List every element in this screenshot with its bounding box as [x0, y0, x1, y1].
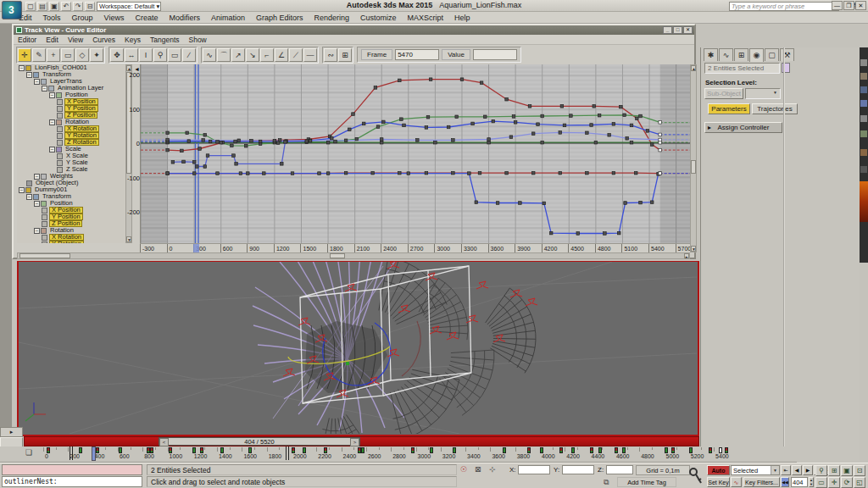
trackbar-filter-icon[interactable]: ❏: [25, 448, 32, 457]
menu-maxscript[interactable]: MAXScript: [408, 14, 444, 22]
workspace-dropdown[interactable]: Workspace: Default ▾: [97, 2, 161, 11]
tree-row[interactable]: Y Rotation: [17, 241, 125, 243]
tv-menu-curves[interactable]: Curves: [92, 36, 115, 44]
trackview-minimize-button[interactable]: _: [663, 26, 672, 34]
go-to-start-button[interactable]: ⇤: [781, 465, 791, 475]
tv-menu-editor[interactable]: Editor: [18, 36, 36, 44]
expand-toggle-icon[interactable]: −: [34, 228, 40, 234]
tab-hierarchy[interactable]: ⊞: [734, 48, 748, 61]
open-file-icon[interactable]: ▤: [37, 2, 47, 11]
tangent-slow-button[interactable]: ↘: [246, 48, 259, 62]
expand-toggle-icon[interactable]: −: [19, 65, 25, 71]
animation-key[interactable]: [571, 447, 575, 453]
retime-button[interactable]: ◇: [75, 48, 89, 62]
animation-key[interactable]: [200, 447, 203, 453]
play-button[interactable]: ▶: [803, 465, 813, 475]
perspective-viewport[interactable]: [17, 261, 699, 436]
tree-row[interactable]: −Dummy001: [17, 186, 125, 193]
region-keys-button[interactable]: ▭: [61, 48, 75, 62]
move-keys-button[interactable]: ✛: [18, 48, 31, 62]
tab-create[interactable]: ✱: [704, 48, 718, 61]
save-file-icon[interactable]: ▣: [49, 2, 59, 11]
expand-toggle-icon[interactable]: −: [49, 92, 55, 98]
animation-key[interactable]: [248, 447, 252, 453]
animation-key[interactable]: [292, 447, 295, 453]
max-logo-button[interactable]: [2, 1, 22, 19]
animation-key[interactable]: [709, 447, 712, 453]
tree-row[interactable]: Object (Object): [17, 180, 125, 186]
time-slider-track[interactable]: < 404 / 5520 >: [24, 436, 699, 446]
animation-key[interactable]: [453, 447, 456, 453]
expand-toggle-icon[interactable]: −: [34, 201, 40, 207]
zoom-value-extents-button[interactable]: Ι: [139, 48, 153, 62]
animation-key[interactable]: [503, 447, 506, 453]
menu-modifiers[interactable]: Modifiers: [169, 14, 200, 22]
tangent-flat-button[interactable]: —: [303, 48, 317, 62]
select-keys-button[interactable]: ✦: [90, 48, 103, 62]
expand-toggle-icon[interactable]: −: [49, 119, 55, 125]
tv-menu-view[interactable]: View: [68, 36, 83, 44]
animation-key[interactable]: [96, 447, 99, 453]
animation-key[interactable]: [47, 447, 50, 453]
animation-key[interactable]: [725, 447, 728, 453]
animation-key[interactable]: [719, 447, 722, 453]
assign-controller-rollout[interactable]: ▸Assign Controller: [704, 122, 782, 133]
animation-key[interactable]: [79, 447, 82, 453]
tv-menu-show[interactable]: Show: [189, 36, 207, 44]
graph-vertical-scrollbar[interactable]: ▲▼: [690, 64, 697, 252]
animation-key[interactable]: [303, 447, 306, 453]
trajectories-button[interactable]: Trajectories: [752, 103, 798, 114]
zoom-extents-icon[interactable]: ▣: [841, 465, 853, 476]
animation-key[interactable]: [671, 447, 675, 453]
animation-key[interactable]: [615, 447, 618, 453]
track-label[interactable]: Y Rotation: [49, 241, 84, 243]
restore-button[interactable]: ❐: [843, 1, 854, 10]
previous-frame-button[interactable]: ◀: [792, 465, 802, 475]
redo-icon[interactable]: ↷: [73, 2, 83, 11]
trackview-maximize-button[interactable]: □: [673, 26, 682, 34]
current-frame-field[interactable]: 404: [791, 477, 808, 487]
animation-key[interactable]: [119, 447, 122, 453]
tv-menu-keys[interactable]: Keys: [125, 36, 141, 44]
zoom-button[interactable]: ⚲: [153, 48, 167, 62]
trackview-close-button[interactable]: ✕: [683, 26, 693, 34]
zoom-icon[interactable]: ⚲: [815, 465, 827, 476]
scroll-left-arrow[interactable]: ◄: [134, 66, 140, 72]
menu-rendering[interactable]: Rendering: [314, 14, 350, 22]
pan-button[interactable]: ✥: [110, 48, 124, 62]
menu-animation[interactable]: Animation: [211, 14, 245, 22]
z-coord-field[interactable]: [606, 465, 633, 474]
set-key-button[interactable]: Set Key: [707, 477, 730, 487]
zoom-region-icon[interactable]: ▭: [815, 477, 827, 488]
trackview-titlebar[interactable]: Track View - Curve Editor _ □ ✕: [14, 25, 694, 35]
menu-customize[interactable]: Customize: [360, 14, 397, 22]
previous-frame-nub[interactable]: <: [159, 438, 169, 446]
add-keys-button[interactable]: +: [47, 48, 60, 62]
animation-key[interactable]: [169, 447, 172, 453]
menu-views[interactable]: Views: [104, 14, 125, 22]
animation-key[interactable]: [540, 447, 543, 453]
animation-key[interactable]: [192, 447, 196, 453]
close-button[interactable]: ✕: [855, 1, 866, 10]
tangent-smooth-button[interactable]: ⟋: [289, 48, 303, 62]
mini-curve-editor-arrow-button[interactable]: ▸: [0, 427, 23, 437]
animation-key[interactable]: [527, 447, 531, 453]
tab-motion[interactable]: ◉: [749, 48, 764, 62]
curve-graph[interactable]: [140, 64, 690, 243]
tangent-fast-button[interactable]: ↗: [231, 48, 245, 62]
tv-menu-tangents[interactable]: Tangents: [150, 36, 180, 44]
tangent-step-button[interactable]: ⌐: [260, 48, 274, 62]
tangent-linear-button[interactable]: ∠: [275, 48, 288, 62]
animation-key[interactable]: [220, 447, 224, 453]
menu-tools[interactable]: Tools: [43, 14, 61, 22]
animation-key[interactable]: [430, 447, 433, 453]
tree-row[interactable]: −LionFish_COH001: [17, 64, 125, 71]
buffer-curves-button[interactable]: ∾: [324, 48, 337, 62]
zoom-region-button[interactable]: ▭: [168, 48, 181, 62]
tv-menu-edit[interactable]: Edit: [46, 36, 58, 44]
graph-horizontal-scrollbar[interactable]: ▸: [17, 252, 690, 259]
snap-frames-button[interactable]: ⊞: [338, 48, 352, 62]
expand-toggle-icon[interactable]: −: [26, 72, 32, 78]
menu-help[interactable]: Help: [454, 14, 470, 22]
animation-key[interactable]: [590, 447, 593, 453]
